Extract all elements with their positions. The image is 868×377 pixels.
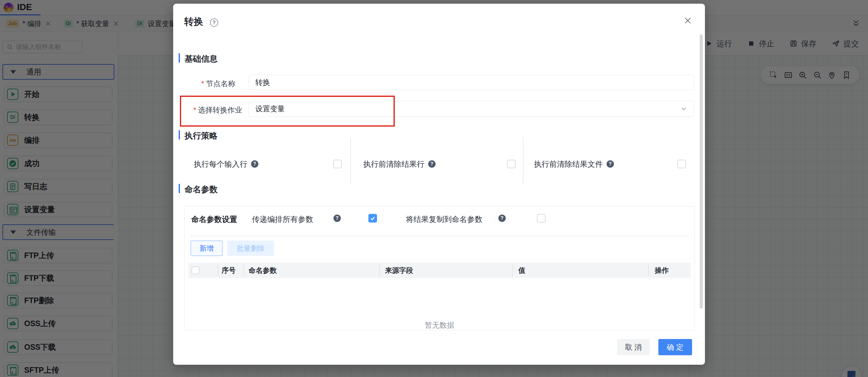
section-title-basic: 基础信息 — [185, 53, 218, 64]
column-header-named-param: 命名参数 — [249, 263, 277, 278]
column-header-index: 序号 — [222, 263, 236, 278]
params-settings-label: 命名参数设置 — [191, 214, 237, 224]
divider — [523, 137, 524, 183]
node-name-label: *节点名称 — [188, 79, 236, 89]
section-title-named-params: 命名参数 — [185, 184, 218, 195]
section-accent-bar — [179, 53, 180, 63]
help-icon[interactable]: ? — [498, 215, 506, 222]
column-header-source-field: 来源字段 — [385, 263, 413, 278]
exec-checkbox-every-row[interactable] — [333, 160, 342, 168]
column-divider — [513, 264, 513, 276]
column-header-value: 值 — [518, 263, 525, 278]
help-icon[interactable]: ? — [428, 160, 436, 168]
help-icon[interactable]: ? — [607, 160, 614, 168]
help-icon[interactable]: ? — [210, 19, 218, 27]
select-all-checkbox[interactable] — [192, 263, 199, 278]
section-accent-bar — [179, 184, 180, 193]
column-divider — [218, 264, 218, 276]
annotation-highlight-rect — [180, 96, 395, 127]
column-divider — [648, 264, 649, 276]
exec-option-row: 执行前清除结果行 ? — [363, 155, 516, 172]
modal-title: 转换 — [184, 15, 203, 28]
add-param-button[interactable]: 新增 — [191, 241, 222, 256]
exec-checkbox-clear-rows[interactable] — [507, 160, 516, 168]
help-icon[interactable]: ? — [334, 215, 341, 222]
modal-scrollbar-thumb[interactable] — [700, 34, 703, 309]
empty-table-placeholder: 暂无数据 — [185, 320, 694, 330]
exec-option-row: 执行前清除结果文件 ? — [534, 155, 686, 172]
copy-result-label: 将结果复制到命名参数 — [406, 214, 483, 224]
exec-checkbox-clear-files[interactable] — [677, 160, 686, 168]
section-accent-bar — [179, 130, 180, 139]
screen: IDE Job * 编排 DI * 获取变量 DI 设置变量 — [0, 0, 868, 377]
dotted-divider — [191, 236, 688, 236]
batch-delete-button[interactable]: 批量删除 — [227, 241, 274, 256]
column-header-actions: 操作 — [655, 263, 669, 278]
column-divider — [379, 264, 380, 276]
close-icon[interactable] — [683, 16, 692, 25]
cancel-button[interactable]: 取 消 — [617, 339, 650, 355]
section-title-exec: 执行策略 — [185, 130, 218, 141]
transform-modal: 转换 ? 基础信息 *节点名称 *选择转换作业 设置变量 执行策略 执行每个输入… — [173, 4, 705, 365]
params-table-header: 序号 命名参数 来源字段 值 操作 — [188, 263, 690, 278]
column-divider — [243, 264, 244, 276]
help-icon[interactable]: ? — [251, 160, 258, 168]
pass-all-params-checkbox[interactable] — [368, 214, 377, 222]
chevron-down-icon — [680, 105, 688, 113]
exec-option-row: 执行每个输入行 ? — [194, 155, 342, 172]
copy-result-checkbox[interactable] — [537, 214, 546, 222]
named-params-panel: 命名参数设置 传递编排所有参数 ? 将结果复制到命名参数 ? 新增 批量删除 序… — [184, 206, 695, 331]
confirm-button[interactable]: 确 定 — [658, 339, 692, 355]
pass-all-params-label: 传递编排所有参数 — [252, 214, 313, 224]
divider — [350, 137, 351, 183]
node-name-input[interactable] — [248, 75, 694, 90]
